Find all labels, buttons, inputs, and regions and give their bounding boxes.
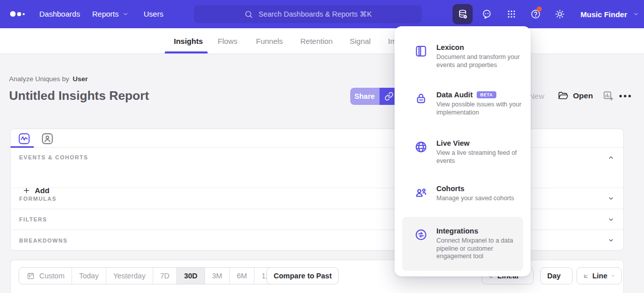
menu-item-title: Cohorts [436,185,523,193]
project-name: Music Finder [581,10,627,19]
chevron-down-icon [611,273,615,279]
date-range-segmented-control: Custom Today Yesterday 7D 30D 3M 6M 12M [19,267,283,284]
add-to-dashboard-icon[interactable] [603,90,614,101]
chevron-down-icon [565,273,565,279]
share-button[interactable]: Share [350,88,379,105]
search-input[interactable]: Search Dashboards & Reports ⌘K [194,5,422,23]
data-management-button[interactable] [453,4,473,24]
nav-dashboards[interactable]: Dashboards [39,0,80,28]
events-cohorts-header: EVENTS & COHORTS [19,154,88,160]
chevron-down-icon [122,11,128,17]
line-chart-icon [584,272,588,280]
page-title[interactable]: Untitled Insights Report [9,89,149,103]
nav-users[interactable]: Users [144,0,163,28]
beta-badge: BETA [477,91,496,98]
breadcrumb: Analyze Uniques by User [9,75,88,83]
search-icon [244,10,253,19]
chart-pulse-icon [18,132,31,145]
notification-dot [537,7,542,12]
interval-dropdown[interactable]: Day [540,267,572,284]
profiles-view-tab[interactable] [41,132,54,145]
formulas-section[interactable]: FORMULAS [11,188,623,209]
menu-item-desc: Manage your saved cohorts [436,195,523,203]
menu-item-desc: View a live streaming feed of events [436,149,523,165]
chevron-down-icon[interactable] [608,237,614,244]
tab-insights[interactable]: Insights [174,28,203,54]
filters-section[interactable]: FILTERS [11,209,623,229]
breakdowns-section[interactable]: BREAKDOWNS [11,229,623,251]
database-gear-icon [457,9,469,20]
search-placeholder: Search Dashboards & Reports ⌘K [259,10,372,18]
chart-type-label: Line [592,272,607,280]
segment-today[interactable]: Today [72,268,106,284]
segment-custom[interactable]: Custom [19,268,72,284]
segment-custom-label: Custom [39,272,65,280]
project-selector[interactable]: Music Finder [581,0,639,28]
top-navigation-bar: Dashboards Reports Users Search Dashboar… [0,0,644,28]
chart-toolbar-card: Custom Today Yesterday 7D 30D 3M 6M 12M … [10,260,624,293]
data-management-menu: Lexicon Document and transform your even… [395,26,531,276]
menu-item-data-audit[interactable]: Data AuditBETA View possible issues with… [402,88,523,120]
breadcrumb-value[interactable]: User [73,75,88,83]
menu-item-title: Live View [436,139,523,147]
menu-item-integrations[interactable]: Integrations Connect Mixpanel to a data … [402,217,523,271]
tab-retention[interactable]: Retention [300,28,333,54]
report-tabbar: Insights Flows Funnels Retention Signal … [0,28,644,54]
segment-6m[interactable]: 6M [229,268,254,284]
segment-3m[interactable]: 3M [205,268,229,284]
folder-icon [557,90,568,101]
nav-reports[interactable]: Reports [92,0,128,28]
person-icon [41,132,54,145]
more-options-button[interactable] [619,95,631,97]
menu-item-title: Lexicon [436,43,523,51]
new-report-button[interactable]: New [529,92,544,100]
open-report-button[interactable]: Open [557,90,593,101]
integrations-sync-icon [414,228,428,242]
formulas-header: FORMULAS [19,196,56,202]
calendar-icon [26,271,35,280]
menu-item-desc: Connect Mixpanel to a data pipeline or c… [436,237,523,261]
nav-dashboards-label: Dashboards [39,0,80,28]
chart-type-dropdown[interactable]: Line [576,267,622,284]
segment-yesterday[interactable]: Yesterday [106,268,153,284]
menu-item-desc: View possible issues with your implement… [436,101,523,116]
compare-to-past-button[interactable]: Compare to Past [267,267,339,284]
tab-funnels[interactable]: Funnels [256,28,283,54]
open-label: Open [573,91,593,100]
menu-item-cohorts[interactable]: Cohorts Manage your saved cohorts [402,182,523,206]
segment-7d[interactable]: 7D [153,268,177,284]
link-icon [384,92,394,101]
data-audit-icon [414,92,428,105]
cohorts-people-icon [414,186,428,199]
chevron-down-icon[interactable] [608,216,614,223]
menu-item-lexicon[interactable]: Lexicon Document and transform your even… [402,40,523,72]
messages-icon[interactable] [481,9,492,20]
settings-gear-icon[interactable] [554,9,565,20]
filters-header: FILTERS [19,216,47,222]
builder-tab-strip [11,129,623,148]
nav-users-label: Users [144,0,163,28]
segment-30d[interactable]: 30D [176,268,205,284]
share-split-button: Share [350,88,398,105]
apps-grid-icon[interactable] [506,9,517,20]
interval-label: Day [547,272,561,280]
menu-item-title: Data AuditBETA [436,91,523,99]
lexicon-icon [414,44,428,58]
breakdowns-header: BREAKDOWNS [19,238,68,244]
live-view-globe-icon [414,140,428,154]
chevron-up-icon[interactable] [608,154,614,161]
tab-flows[interactable]: Flows [218,28,237,54]
tab-signal[interactable]: Signal [350,28,371,54]
active-tab-underline [165,51,208,53]
menu-item-desc: Document and transform your events and p… [436,53,523,69]
menu-item-title: Integrations [436,227,523,235]
mixpanel-logo-icon[interactable] [10,11,25,17]
chevron-down-icon[interactable] [608,195,614,202]
events-cohorts-section: EVENTS & COHORTS Add [11,148,623,188]
insights-builder-card: EVENTS & COHORTS Add FORMULAS FILTERS BR… [10,129,624,251]
menu-item-live-view[interactable]: Live View View a live streaming feed of … [402,136,523,168]
breadcrumb-prefix: Analyze Uniques by [9,75,69,83]
nav-reports-label: Reports [92,0,119,28]
metrics-view-tab[interactable] [18,132,31,145]
chevron-down-icon [633,11,639,17]
